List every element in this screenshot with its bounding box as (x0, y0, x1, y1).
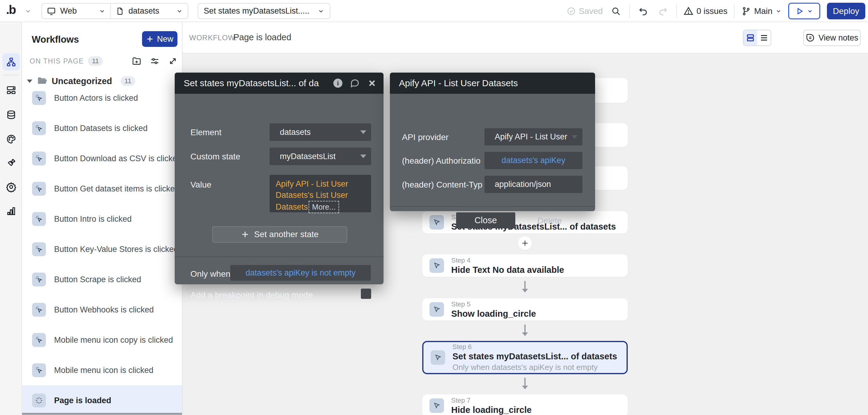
step-number: Step 7 (451, 396, 532, 405)
step-number: Step 6 (453, 343, 617, 351)
settings-gear-icon[interactable] (2, 178, 20, 196)
step-card-6-selected[interactable]: Step 6 Set states myDatasetsList... of d… (422, 341, 628, 374)
close-button[interactable]: Close (456, 212, 515, 228)
api-call-dialog: Apify API - List User Datasets API provi… (390, 72, 595, 211)
plugins-plug-icon[interactable] (2, 154, 20, 172)
value-expression-line: DatasetsMore... (276, 201, 365, 213)
platform-picker[interactable]: Web (42, 4, 110, 19)
workflow-item-label: Page is loaded (54, 396, 111, 405)
step-card-5[interactable]: Step 5 Show loading_circle (422, 298, 628, 321)
step-title: Hide loading_circle (451, 405, 532, 415)
step-card-4[interactable]: Step 4 Hide Text No data available (422, 255, 628, 277)
panel-horizontal-scrollbar[interactable] (22, 413, 182, 415)
only-when-label: Only when (190, 269, 230, 279)
new-button-label: New (157, 34, 173, 44)
workflow-list-item[interactable]: Button Intro is clicked (22, 204, 182, 234)
search-icon[interactable] (609, 4, 623, 18)
workflow-list-item[interactable]: Mobile menu icon is clicked (22, 355, 182, 385)
api-dialog-header[interactable]: Apify API - List User Datasets (390, 72, 595, 94)
step-title: Show loading_circle (451, 309, 536, 319)
action-cursor-icon (430, 398, 444, 413)
auth-header-label: (header) Authorizatio (402, 156, 480, 166)
workflow-item-label: Button Scrape is clicked (54, 275, 141, 284)
add-folder-icon[interactable] (132, 56, 142, 66)
workflow-list-item[interactable]: Button Webhooks is clicked (22, 295, 182, 325)
cursor-click-icon (32, 212, 46, 226)
workflow-list-item[interactable]: Button Get dataset items is clicked (22, 174, 182, 204)
set-states-dialog-header[interactable]: Set states myDatasetsList... of da i (175, 72, 383, 94)
new-workflow-button[interactable]: New (142, 31, 178, 47)
workflow-list-item-selected[interactable]: Page is loaded (22, 385, 182, 415)
page-file-icon (116, 7, 124, 16)
workflow-list-item[interactable]: Button Actors is clicked (22, 83, 182, 113)
workflow-item-label: Button Get dataset items is clicked (54, 184, 179, 194)
step-card-3[interactable]: Step 3 Set states myDatasetsList... of d… (422, 211, 628, 234)
branch-selector[interactable]: Main (741, 6, 781, 16)
cursor-click-icon (32, 242, 46, 256)
element-dropdown[interactable]: datasets (270, 123, 371, 141)
custom-state-dropdown[interactable]: myDatasetsList (270, 148, 371, 165)
workflow-list-item[interactable]: Button Key-Value Stores is clicked (22, 234, 182, 264)
page-picker[interactable]: datasets (111, 4, 188, 19)
element-value: datasets (280, 128, 311, 137)
panel-title: Workflows (32, 34, 79, 45)
comment-bubble-icon[interactable] (350, 78, 360, 88)
value-expression-input[interactable]: Apify API - List User Datasets's List Us… (270, 175, 371, 212)
components-icon[interactable] (2, 81, 20, 98)
api-dialog-body: API provider Apify API - List User Dat..… (390, 94, 595, 211)
breakpoint-checkbox[interactable] (361, 289, 371, 299)
value-expression-line: Apify API - List User (276, 178, 365, 190)
delete-button[interactable]: Delete (537, 216, 562, 226)
redo-icon[interactable] (656, 4, 670, 18)
list-view-toggle[interactable] (757, 30, 771, 46)
close-icon[interactable] (368, 79, 376, 87)
expand-panel-icon[interactable] (168, 56, 178, 66)
toolbar-divider (629, 4, 630, 18)
content-type-input[interactable]: application/json (485, 176, 582, 193)
step-card-7[interactable]: Step 7 Hide loading_circle (422, 394, 628, 415)
element-label: Element (190, 128, 221, 137)
set-states-dialog-body: Element datasets Custom state myDatasets… (175, 94, 383, 284)
more-button[interactable]: More... (309, 201, 339, 213)
api-provider-dropdown[interactable]: Apify API - List User Dat... (485, 128, 582, 146)
workflow-tree-icon[interactable] (2, 53, 20, 70)
value-expression-line: Datasets's List User (276, 190, 365, 201)
workflow-list-item[interactable]: Mobile menu icon copy is clicked (22, 325, 182, 355)
git-branch-icon (741, 6, 751, 16)
add-step-plus-button[interactable] (518, 236, 532, 250)
set-another-state-button[interactable]: Set another state (212, 226, 347, 243)
only-when-condition-input[interactable]: datasets's apiKey is not empty (230, 265, 371, 281)
preview-button[interactable] (788, 3, 820, 19)
issues-indicator[interactable]: 0 issues (684, 6, 727, 16)
content-type-label: (header) Content-Typ (402, 180, 483, 190)
only-when-expression: datasets's apiKey is not empty (246, 268, 356, 278)
view-notes-button[interactable]: View notes (803, 30, 861, 46)
workflow-list-item[interactable]: Button Download as CSV is clicked (22, 143, 182, 174)
workflow-list-item[interactable]: Button Datasets is clicked (22, 113, 182, 143)
step-title: Set states myDatasetsList... of datasets (453, 352, 617, 361)
auth-expression: datasets's apiKey (502, 156, 565, 165)
workflow-selector-dropdown[interactable]: Set states myDatasetsList..... (198, 3, 330, 19)
undo-icon[interactable] (637, 4, 650, 18)
card-view-toggle[interactable] (743, 30, 757, 46)
api-provider-value: Apify API - List User Dat... (495, 132, 569, 142)
filter-sliders-icon[interactable] (150, 56, 160, 66)
workflows-panel: Workflows New ON THIS PAGE 11 (22, 22, 183, 415)
branch-chevron-down-icon (776, 8, 781, 14)
page-load-spinner-icon (32, 393, 46, 408)
logo-chevron-down-icon[interactable] (25, 8, 31, 14)
styles-palette-icon[interactable] (2, 130, 20, 148)
deploy-button[interactable]: Deploy (827, 3, 865, 19)
auth-header-input[interactable]: datasets's apiKey (485, 152, 582, 169)
logs-chart-icon[interactable] (2, 202, 20, 219)
dialog-divider (175, 257, 383, 257)
flow-arrow-down-icon (519, 377, 531, 390)
monitor-icon (47, 7, 56, 16)
warning-triangle-icon (684, 6, 693, 16)
info-icon[interactable]: i (333, 79, 342, 88)
workflow-list-item[interactable]: Button Scrape is clicked (22, 264, 182, 295)
bubble-logo[interactable]: .b (6, 3, 16, 17)
database-icon[interactable] (2, 106, 20, 123)
action-cursor-icon (430, 302, 444, 317)
on-this-page-count-badge: 11 (88, 56, 103, 66)
